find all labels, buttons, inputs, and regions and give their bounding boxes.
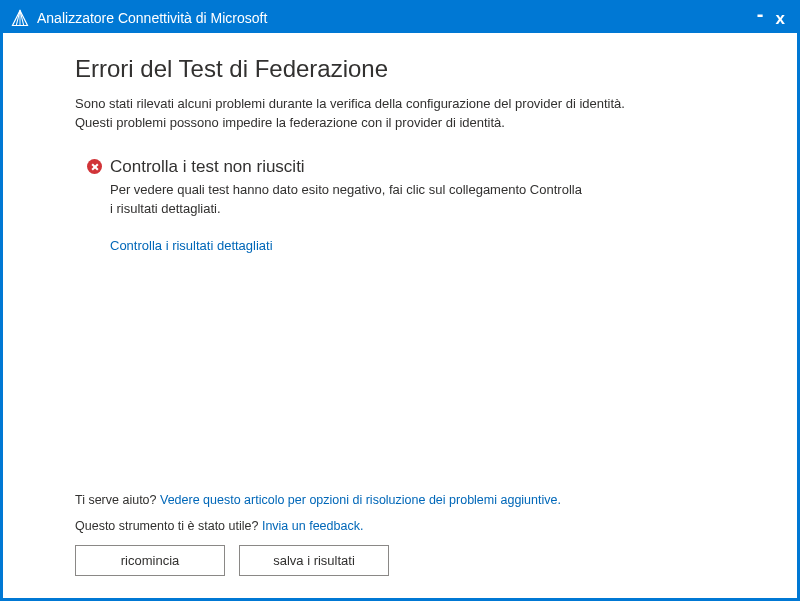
section-body-line2: i risultati dettagliati.: [110, 201, 221, 216]
feedback-prefix: Questo strumento ti è stato utile?: [75, 519, 262, 533]
section-title: Controlla i test non riusciti: [110, 157, 305, 177]
help-prefix: Ti serve aiuto?: [75, 493, 160, 507]
help-line: Ti serve aiuto? Vedere questo articolo p…: [75, 493, 757, 507]
page-description: Sono stati rilevati alcuni problemi dura…: [75, 95, 757, 133]
title-bar: Analizzatore Connettività di Microsoft -…: [3, 3, 797, 33]
app-window: Analizzatore Connettività di Microsoft -…: [0, 0, 800, 601]
help-article-link[interactable]: Vedere questo articolo per opzioni di ri…: [160, 493, 561, 507]
save-results-button[interactable]: salva i risultati: [239, 545, 389, 576]
page-desc-line1: Sono stati rilevati alcuni problemi dura…: [75, 96, 625, 111]
footer-area: Ti serve aiuto? Vedere questo articolo p…: [75, 493, 757, 576]
page-desc-line2: Questi problemi possono impedire la fede…: [75, 115, 505, 130]
button-row: ricomincia salva i risultati: [75, 545, 757, 576]
window-title: Analizzatore Connettività di Microsoft: [37, 10, 757, 26]
error-icon: [87, 159, 102, 174]
section-header: Controlla i test non riusciti: [87, 157, 757, 177]
page-title: Errori del Test di Federazione: [75, 55, 757, 83]
section-body-line1: Per vedere quali test hanno dato esito n…: [110, 182, 582, 197]
app-logo-icon: [11, 9, 29, 27]
send-feedback-link[interactable]: Invia un feedback.: [262, 519, 363, 533]
close-button[interactable]: x: [776, 10, 785, 27]
content-area: Errori del Test di Federazione Sono stat…: [3, 33, 797, 598]
failed-tests-section: Controlla i test non riusciti Per vedere…: [87, 157, 757, 255]
window-controls: - x: [757, 10, 789, 27]
feedback-line: Questo strumento ti è stato utile? Invia…: [75, 519, 757, 533]
section-body: Per vedere quali test hanno dato esito n…: [110, 181, 630, 219]
detailed-results-link[interactable]: Controlla i risultati dettagliati: [110, 238, 273, 253]
restart-button[interactable]: ricomincia: [75, 545, 225, 576]
